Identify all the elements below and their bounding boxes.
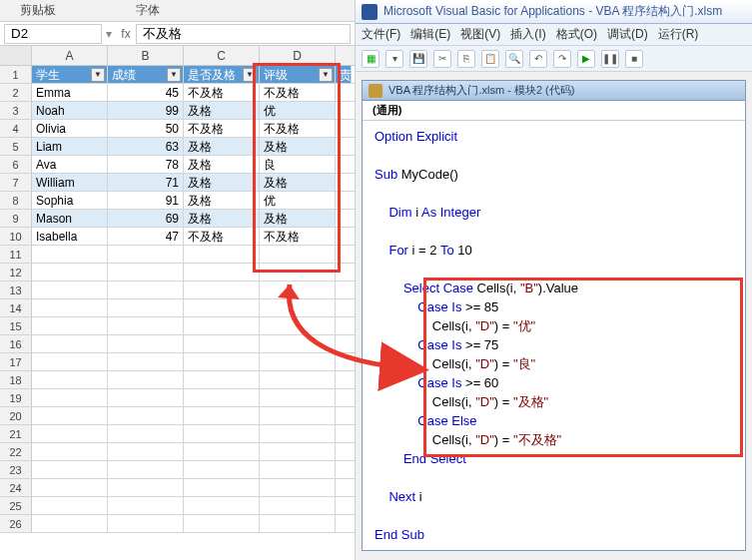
cell[interactable]	[108, 389, 184, 406]
cell[interactable]: 及格	[184, 210, 260, 227]
cell[interactable]	[184, 443, 260, 460]
cell[interactable]	[108, 335, 184, 352]
row-header[interactable]: 16	[0, 335, 32, 352]
cell[interactable]: 及格	[260, 174, 336, 191]
cell[interactable]	[184, 515, 260, 532]
cell[interactable]	[108, 264, 184, 280]
cell[interactable]: 71	[108, 174, 184, 191]
namebox-dropdown-icon[interactable]: ▾	[102, 27, 116, 41]
cell[interactable]	[184, 317, 260, 334]
header-cell[interactable]: 评级▼	[260, 66, 336, 83]
cell[interactable]	[260, 425, 336, 442]
cell[interactable]: Mason	[32, 210, 108, 227]
row-header[interactable]: 26	[0, 515, 32, 532]
redo-icon[interactable]: ↷	[553, 50, 571, 68]
cell[interactable]	[108, 407, 184, 424]
menu-insert[interactable]: 插入(I)	[510, 26, 545, 43]
cell[interactable]	[108, 317, 184, 334]
cell[interactable]: 69	[108, 210, 184, 227]
cell[interactable]	[108, 353, 184, 370]
cell[interactable]: 及格	[260, 138, 336, 155]
row-header[interactable]: 13	[0, 281, 32, 298]
formula-bar[interactable]	[136, 24, 351, 44]
header-cell-partial[interactable]: 责	[336, 66, 352, 83]
cell[interactable]	[32, 317, 108, 334]
save-icon[interactable]: 💾	[409, 50, 427, 68]
cell[interactable]: 良	[260, 156, 336, 173]
header-cell[interactable]: 成绩▼	[108, 66, 184, 83]
cell[interactable]	[260, 335, 336, 352]
menu-view[interactable]: 视图(V)	[460, 26, 500, 43]
cut-icon[interactable]: ✂	[433, 50, 451, 68]
cell[interactable]: 78	[108, 156, 184, 173]
row-header[interactable]: 4	[0, 120, 32, 137]
cell[interactable]	[260, 353, 336, 370]
cell[interactable]: 45	[108, 84, 184, 101]
cell[interactable]	[32, 443, 108, 460]
excel-icon[interactable]: ▦	[362, 50, 379, 68]
row-header[interactable]: 10	[0, 228, 32, 245]
row-header[interactable]: 8	[0, 192, 32, 209]
worksheet[interactable]: A B C D 1 学生▼ 成绩▼ 是否及格▼ 评级▼ 责 2Emma45不及格…	[0, 46, 355, 533]
cell[interactable]	[32, 264, 108, 280]
cell[interactable]: Isabella	[32, 228, 108, 245]
cell[interactable]	[260, 443, 336, 460]
col-header-c[interactable]: C	[184, 46, 260, 65]
cell[interactable]: 47	[108, 228, 184, 245]
cell[interactable]: Emma	[32, 84, 108, 101]
cell[interactable]	[184, 389, 260, 406]
cell[interactable]	[32, 407, 108, 424]
cell[interactable]	[184, 246, 260, 263]
cell[interactable]: 及格	[260, 210, 336, 227]
cell[interactable]	[32, 461, 108, 478]
row-header[interactable]: 2	[0, 84, 32, 101]
cell[interactable]: 及格	[184, 138, 260, 155]
row-header[interactable]: 14	[0, 299, 32, 316]
cell[interactable]	[260, 407, 336, 424]
cell[interactable]: 不及格	[260, 228, 336, 245]
filter-dropdown-icon[interactable]: ▼	[91, 68, 105, 82]
undo-icon[interactable]: ↶	[529, 50, 547, 68]
filter-dropdown-icon[interactable]: ▼	[167, 68, 181, 82]
row-header[interactable]: 19	[0, 389, 32, 406]
cell[interactable]: Olivia	[32, 120, 108, 137]
pause-icon[interactable]: ❚❚	[601, 50, 619, 68]
cell[interactable]	[184, 479, 260, 496]
cell[interactable]: Noah	[32, 102, 108, 119]
cell[interactable]	[184, 461, 260, 478]
menu-format[interactable]: 格式(O)	[556, 26, 597, 43]
stop-icon[interactable]: ■	[625, 50, 643, 68]
cell[interactable]	[108, 461, 184, 478]
cell[interactable]: 不及格	[184, 120, 260, 137]
row-header[interactable]: 24	[0, 479, 32, 496]
cell[interactable]: 不及格	[184, 84, 260, 101]
cell[interactable]	[260, 515, 336, 532]
cell[interactable]: 99	[108, 102, 184, 119]
cell[interactable]	[184, 281, 260, 298]
row-header[interactable]: 1	[0, 66, 32, 83]
cell[interactable]	[260, 317, 336, 334]
code-editor[interactable]: Option Explicit Sub MyCode() Dim i As In…	[363, 121, 745, 550]
cell[interactable]	[108, 497, 184, 514]
paste-icon[interactable]: 📋	[481, 50, 499, 68]
cell[interactable]	[32, 515, 108, 532]
fx-icon[interactable]: fx	[116, 27, 136, 41]
name-box[interactable]	[4, 24, 102, 44]
cell[interactable]	[108, 299, 184, 316]
menu-debug[interactable]: 调试(D)	[607, 26, 648, 43]
cell[interactable]: 及格	[184, 174, 260, 191]
row-header[interactable]: 5	[0, 138, 32, 155]
cell[interactable]	[260, 264, 336, 280]
col-header-d[interactable]: D	[260, 46, 336, 65]
cell[interactable]	[108, 479, 184, 496]
cell[interactable]	[108, 425, 184, 442]
cell[interactable]: 91	[108, 192, 184, 209]
insert-icon[interactable]: ▾	[385, 50, 403, 68]
cell[interactable]	[260, 281, 336, 298]
cell[interactable]	[184, 371, 260, 388]
filter-dropdown-icon[interactable]: ▼	[319, 68, 333, 82]
row-header[interactable]: 25	[0, 497, 32, 514]
cell[interactable]	[184, 264, 260, 280]
menu-run[interactable]: 运行(R)	[658, 26, 699, 43]
row-header[interactable]: 6	[0, 156, 32, 173]
